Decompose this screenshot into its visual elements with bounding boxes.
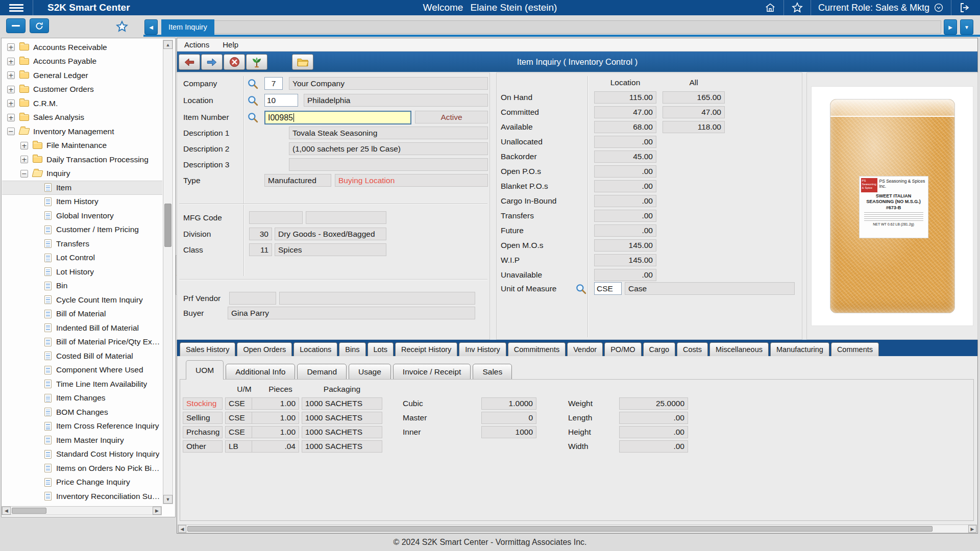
tree-item[interactable]: Lot History bbox=[2, 265, 162, 279]
detail-tab[interactable]: Receipt History bbox=[395, 342, 457, 356]
scroll-down-button[interactable]: ▼ bbox=[163, 495, 173, 504]
tree-expander-icon[interactable] bbox=[20, 170, 28, 178]
sidebar-vertical-scrollbar[interactable]: ▲ ▼ bbox=[163, 40, 173, 504]
tree-item[interactable]: Items on Orders No Pick Bin As bbox=[2, 461, 162, 475]
tree-item[interactable]: Inventory Management bbox=[2, 124, 162, 139]
tree-item[interactable]: Bill of Material bbox=[2, 307, 162, 321]
scroll-left-button[interactable]: ◀ bbox=[178, 525, 186, 533]
back-button[interactable] bbox=[179, 54, 200, 70]
cancel-button[interactable] bbox=[224, 54, 245, 70]
tree-expander-icon[interactable] bbox=[7, 114, 15, 121]
tree-item[interactable]: Item History bbox=[2, 195, 162, 209]
tree-item[interactable]: Item Changes bbox=[2, 391, 162, 406]
tree-item[interactable]: Inquiry bbox=[2, 167, 162, 181]
detail-tab[interactable]: PO/MO bbox=[604, 342, 641, 356]
tree-item[interactable]: Standard Cost History Inquiry bbox=[2, 447, 162, 462]
detail-tab[interactable]: Vendor bbox=[567, 342, 603, 356]
tree-item[interactable]: Accounts Payable bbox=[2, 55, 162, 69]
tree-item[interactable]: Customer Orders bbox=[2, 83, 162, 97]
detail-tab[interactable]: Commitments bbox=[508, 342, 566, 356]
sub-tab[interactable]: Usage bbox=[349, 364, 391, 380]
tab-scroll-right-button[interactable]: ▶ bbox=[944, 19, 957, 35]
detail-tab[interactable]: Comments bbox=[831, 342, 879, 356]
detail-tab[interactable]: Open Orders bbox=[237, 342, 292, 356]
tree-item[interactable]: Inventory Reconciliation Summ bbox=[2, 489, 162, 504]
sidebar-favorite-button[interactable] bbox=[113, 19, 131, 34]
scroll-thumb[interactable] bbox=[187, 526, 933, 532]
location-search-icon[interactable] bbox=[247, 95, 258, 106]
tree-expander-icon[interactable] bbox=[7, 43, 15, 51]
menu-help[interactable]: Help bbox=[223, 40, 238, 49]
sidebar-horizontal-scrollbar[interactable]: ◀ ▶ bbox=[2, 506, 162, 515]
tree-item[interactable]: Global Inventory bbox=[2, 209, 162, 223]
sub-tab[interactable]: Demand bbox=[297, 364, 347, 380]
sub-tab[interactable]: Invoice / Receipt bbox=[393, 364, 471, 380]
tree-item[interactable]: C.R.M. bbox=[2, 96, 162, 111]
tree-item[interactable]: General Ledger bbox=[2, 68, 162, 83]
detail-tab[interactable]: Lots bbox=[368, 342, 394, 356]
sub-tab[interactable]: UOM bbox=[186, 360, 224, 380]
detail-tab[interactable]: Miscellaneous bbox=[709, 342, 769, 356]
tree-expander-icon[interactable] bbox=[7, 99, 15, 107]
forward-button[interactable] bbox=[201, 54, 223, 70]
tree-expander-icon[interactable] bbox=[20, 142, 28, 149]
detail-tab[interactable]: Manufacturing bbox=[770, 342, 829, 356]
tree-item[interactable]: Indented Bill of Material bbox=[2, 321, 162, 335]
detail-tab[interactable]: Locations bbox=[293, 342, 337, 356]
tree-item[interactable]: File Maintenance bbox=[2, 139, 162, 153]
tree-item[interactable]: Time Line Item Availability bbox=[2, 377, 162, 391]
tree-item[interactable]: Customer / Item Pricing bbox=[2, 223, 162, 237]
home-button[interactable] bbox=[757, 0, 783, 15]
location-code-input[interactable]: 10 bbox=[264, 94, 298, 107]
detail-tab[interactable]: Costs bbox=[677, 342, 708, 356]
menu-hamburger-icon[interactable] bbox=[0, 0, 33, 15]
scroll-right-button[interactable]: ▶ bbox=[153, 507, 161, 515]
tree-expander-icon[interactable] bbox=[7, 86, 15, 93]
tab-list-button[interactable]: ▼ bbox=[960, 19, 973, 35]
tree-item[interactable]: BOM Changes bbox=[2, 405, 162, 419]
detail-tab[interactable]: Sales History bbox=[180, 342, 235, 356]
scroll-left-button[interactable]: ◀ bbox=[2, 507, 11, 515]
tree-expander-icon[interactable] bbox=[20, 156, 28, 163]
tree-item[interactable]: Item bbox=[2, 181, 162, 195]
detail-tab[interactable]: Inv History bbox=[459, 342, 506, 356]
item-search-icon[interactable] bbox=[247, 112, 258, 123]
scroll-right-button[interactable]: ▶ bbox=[968, 525, 976, 533]
collapse-all-button[interactable] bbox=[6, 18, 26, 33]
uom-search-icon[interactable] bbox=[575, 283, 586, 294]
tab-item-inquiry[interactable]: Item Inquiry bbox=[161, 19, 214, 35]
uom-code-input[interactable]: CSE bbox=[594, 282, 622, 295]
tree-item[interactable]: Bill of Material Price/Qty Explos bbox=[2, 335, 162, 349]
favorites-button[interactable] bbox=[784, 0, 811, 15]
company-search-icon[interactable] bbox=[247, 78, 258, 89]
detail-tab[interactable]: Bins bbox=[339, 342, 365, 356]
tree-item[interactable]: Transfers bbox=[2, 237, 162, 251]
tab-scroll-left-button[interactable]: ◀ bbox=[144, 19, 158, 35]
tree-item[interactable]: Item Master Inquiry bbox=[2, 433, 162, 447]
open-folder-button[interactable] bbox=[292, 54, 313, 70]
refresh-button[interactable] bbox=[30, 18, 49, 33]
menu-actions[interactable]: Actions bbox=[184, 40, 209, 49]
tree-item[interactable]: Accounts Receivable bbox=[2, 40, 162, 55]
sub-tab[interactable]: Additional Info bbox=[226, 364, 295, 380]
company-code-input[interactable]: 7 bbox=[264, 77, 283, 90]
tree-item[interactable]: Price Change Inquiry bbox=[2, 475, 162, 490]
tree-expander-icon[interactable] bbox=[7, 71, 15, 79]
scroll-up-button[interactable]: ▲ bbox=[163, 40, 173, 49]
tree-item[interactable]: Cycle Count Item Inquiry bbox=[2, 293, 162, 307]
tree-item[interactable]: Lot Control bbox=[2, 251, 162, 265]
item-number-input[interactable]: I00985 bbox=[264, 111, 411, 124]
tree-expander-icon[interactable] bbox=[7, 128, 15, 135]
scroll-thumb[interactable] bbox=[12, 508, 46, 514]
tree-item[interactable]: Bin bbox=[2, 279, 162, 293]
tree-item[interactable]: Item Cross Reference Inquiry bbox=[2, 419, 162, 434]
tree-expander-icon[interactable] bbox=[7, 58, 15, 65]
main-horizontal-scrollbar[interactable]: ◀ ▶ bbox=[178, 524, 977, 533]
logout-button[interactable] bbox=[951, 0, 978, 15]
detail-tab[interactable]: Cargo bbox=[643, 342, 676, 356]
tree-item[interactable]: Sales Analysis bbox=[2, 111, 162, 125]
current-role-selector[interactable]: Current Role: Sales & Mktg bbox=[811, 0, 951, 15]
tree-item[interactable]: Costed Bill of Material bbox=[2, 349, 162, 363]
tree-item[interactable]: Component Where Used bbox=[2, 363, 162, 378]
scroll-thumb[interactable] bbox=[164, 204, 172, 247]
